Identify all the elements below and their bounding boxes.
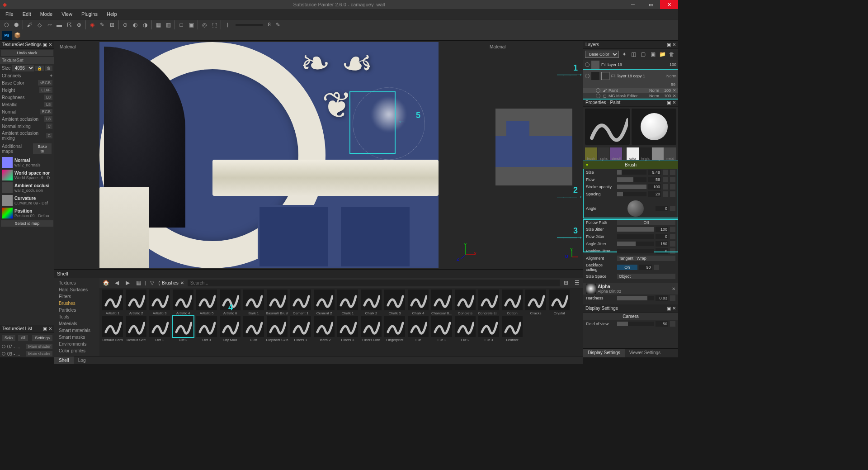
layers-header[interactable]: Layers▣ ✕	[583, 41, 678, 49]
hide-icon[interactable]: □	[177, 20, 186, 29]
slider[interactable]	[617, 185, 646, 189]
brush-item[interactable]: Concrete	[454, 290, 476, 315]
tab-alpha[interactable]: alpha	[598, 147, 610, 160]
brush-item[interactable]: Dirt 1	[148, 316, 171, 342]
brush-item[interactable]: Fibers 2	[313, 316, 335, 342]
photoshop-icon[interactable]: Ps	[2, 31, 12, 40]
symmetry-icon[interactable]: ⊙	[121, 20, 130, 29]
shelf-view-icon[interactable]: ▦	[134, 278, 143, 287]
polygon-fill-icon[interactable]: ✎	[98, 20, 107, 29]
effect-mg-mask-editor[interactable]: ◻ MG Mask Editor Norm 100 ✕	[583, 93, 678, 99]
slider[interactable]	[617, 249, 654, 253]
tab-stencil[interactable]: stencil	[610, 147, 622, 160]
out-rough[interactable]: rough	[652, 147, 664, 160]
brush-item[interactable]: Artistic 3	[148, 290, 171, 315]
menu-edit[interactable]: Edit	[19, 10, 35, 18]
lock-icon[interactable]: 🔒	[35, 66, 44, 71]
brush-item[interactable]: Cracks	[524, 290, 547, 315]
shelf-breadcrumb[interactable]: Brushes	[162, 280, 179, 285]
shelf-fwd-icon[interactable]: ▶	[123, 278, 132, 287]
brush-item[interactable]: Leather	[501, 316, 524, 342]
brush-item[interactable]: Default Hard	[101, 316, 124, 342]
add-effect-icon[interactable]: ✦	[620, 50, 628, 59]
symmetry3-icon[interactable]: ◑	[141, 20, 150, 29]
ts-settings-button[interactable]: Settings	[32, 335, 52, 341]
isolate-icon[interactable]: ▣	[187, 20, 196, 29]
slider[interactable]	[617, 234, 654, 239]
map-row[interactable]: World space norWorld Space...9 - D	[0, 169, 54, 181]
brush-item[interactable]: Artistic 4	[172, 290, 194, 315]
brush-item[interactable]: Basmati Brush	[266, 290, 288, 315]
shelf-header[interactable]: Shelf	[54, 270, 583, 278]
slider[interactable]	[617, 192, 646, 196]
bake-button[interactable]: Bake te	[33, 143, 52, 154]
link-icon[interactable]: 🗑	[45, 66, 52, 71]
shelf-cat-hard-surfaces[interactable]: Hard Surfaces	[54, 286, 99, 293]
normal-mixing-dropdown[interactable]: C	[46, 123, 53, 129]
map-row[interactable]: Ambient occlusiwall2_occlusion	[0, 181, 54, 194]
alpha-remove-icon[interactable]: ✕	[672, 286, 675, 291]
map-row[interactable]: PositionPosition 09 - Defau	[0, 207, 54, 219]
layer-fill-19[interactable]: Fill layer 19 100	[583, 60, 678, 70]
shelf-search-input[interactable]	[188, 280, 560, 286]
slider[interactable]	[617, 242, 654, 246]
slider[interactable]	[617, 170, 646, 175]
hardness-value[interactable]: 0.83	[656, 295, 668, 301]
brush-item[interactable]: Chalk 3	[383, 290, 406, 315]
brush-item[interactable]: Fur 2	[454, 316, 476, 342]
menu-help[interactable]: Help	[103, 10, 121, 18]
shelf-back-icon[interactable]: ◀	[112, 278, 121, 287]
display-settings-header[interactable]: Display Settings▣ ✕	[583, 304, 678, 313]
brush-item[interactable]: Artistic 2	[125, 290, 147, 315]
shelf-cat-materials[interactable]: Materials	[54, 320, 99, 327]
tab-display-settings[interactable]: Display Settings	[583, 349, 625, 357]
shelf-cat-filters[interactable]: Filters	[54, 293, 99, 300]
wireframe-icon[interactable]: ⬡	[2, 20, 11, 29]
shelf-cat-brushes[interactable]: Brushes	[54, 300, 99, 307]
brush-item[interactable]: Cement 1	[289, 290, 312, 315]
brush-item[interactable]: Dry Mud	[219, 316, 241, 342]
alpha-thumb[interactable]	[586, 284, 596, 294]
maximize-button[interactable]: ▭	[642, 0, 660, 9]
shelf-cat-tools[interactable]: Tools	[54, 313, 99, 320]
undo-stack-button[interactable]: Undo stack	[1, 50, 53, 56]
fov-slider[interactable]	[617, 322, 654, 326]
ao-mixing-dropdown[interactable]: C	[46, 133, 53, 138]
shelf-filter-icon[interactable]: ▽	[148, 278, 157, 287]
menu-mode[interactable]: Mode	[37, 10, 57, 18]
shelf-tab-shelf[interactable]: Shelf	[54, 356, 74, 364]
angle-pressure-icon[interactable]	[670, 206, 675, 211]
ts-solo-button[interactable]: Solo	[2, 335, 15, 341]
brush-item[interactable]: Dirt 2	[172, 316, 194, 342]
delete-layer-icon[interactable]: 🗑	[668, 50, 676, 59]
select-id-map-button[interactable]: Select id map	[1, 220, 53, 227]
slider[interactable]	[617, 227, 654, 232]
brush-size-slider[interactable]	[236, 24, 263, 26]
out-color[interactable]: color	[627, 147, 639, 160]
brush-item[interactable]: Artistic 1	[101, 290, 124, 315]
fill-tool-icon[interactable]: ▬	[55, 20, 64, 29]
brush-item[interactable]: Fibers 3	[336, 316, 359, 342]
shelf-cat-environments[interactable]: Environments	[54, 341, 99, 347]
brush-item[interactable]: Concrete Li...	[477, 290, 500, 315]
shelf-grid-icon[interactable]: ⊞	[561, 278, 571, 287]
brush-item[interactable]: Cotton	[501, 290, 524, 315]
fov-value[interactable]: 50	[656, 321, 668, 327]
wireframe2-icon[interactable]: ⬢	[12, 20, 21, 29]
ts-item-07[interactable]: 07 - ...Main shader	[0, 343, 54, 350]
layers-channel-dropdown[interactable]: Base Color	[585, 51, 619, 58]
brush-item[interactable]: Fingerprint	[383, 316, 406, 342]
brush-item[interactable]: Fur 1	[430, 316, 453, 342]
map-row[interactable]: Normalwall2_normals	[0, 156, 54, 169]
brush-section-header[interactable]: ▾Brush	[583, 161, 678, 169]
brush-item[interactable]: Fur	[407, 316, 429, 342]
brush-item[interactable]: Chalk 4	[407, 290, 429, 315]
ts-all-button[interactable]: All	[18, 335, 28, 341]
add-mask-icon[interactable]: ◫	[629, 50, 638, 59]
brush-item[interactable]: Charcoal B...	[430, 290, 453, 315]
bracket-icon[interactable]: ⟩	[223, 20, 232, 29]
menu-plugins[interactable]: Plugins	[78, 10, 101, 18]
add-layer-icon[interactable]: ▢	[639, 50, 647, 59]
shelf-tab-log[interactable]: Log	[74, 356, 90, 364]
shelf-list-icon[interactable]: ☰	[572, 278, 581, 287]
